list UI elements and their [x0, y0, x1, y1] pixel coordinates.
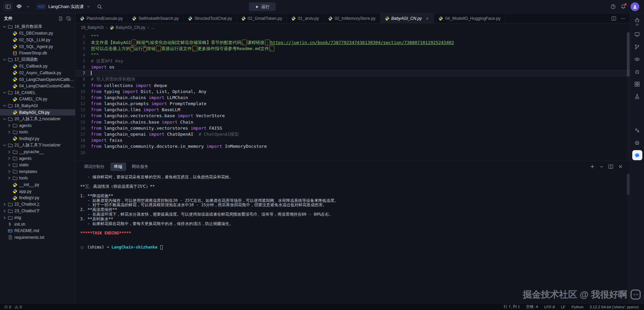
code-line[interactable]: 16from langchain_community.vectorstores … — [75, 125, 630, 131]
tree-item[interactable]: templates — [0, 168, 75, 175]
tree-item[interactable]: __pycache__ — [0, 148, 75, 155]
panel-tab[interactable]: 终端 — [110, 163, 126, 171]
rail-item-remote-monitor[interactable] — [632, 29, 642, 39]
code-line[interactable]: 12from langchain.prompts import PromptTe… — [75, 101, 630, 107]
code-editor[interactable]: 1"""2本文件是【BabyAGI：根据气候变化自动制定鲜花存储策略】章节的配套… — [75, 32, 630, 161]
code-line[interactable]: 2本文件是【BabyAGI：根据气候变化自动制定鲜花存储策略】章节的配套代码。课… — [75, 40, 630, 46]
tree-item[interactable]: __init__.py — [0, 181, 75, 188]
close-panel-icon[interactable] — [618, 164, 623, 169]
split-editor-icon[interactable] — [611, 16, 616, 21]
panel-scrollbar-thumb[interactable] — [627, 174, 630, 195]
run-button[interactable]: 运行 — [249, 2, 276, 11]
juejin-logo-icon[interactable] — [15, 3, 23, 10]
breadcrumb-segment[interactable]: 19_BabyAGI — [81, 25, 104, 30]
tree-item[interactable]: 16_操作数据库 — [0, 24, 75, 30]
tree-item[interactable]: 04_LangChainCustomCallback.... — [0, 83, 75, 89]
tree-item[interactable]: 01_DBCreation.py — [0, 30, 75, 37]
editor-scrollbar-thumb[interactable] — [627, 32, 630, 77]
tree-item[interactable]: 22_Chatbot上 — [0, 201, 75, 208]
tree-item[interactable]: FlowerShop.db — [0, 50, 75, 56]
code-line[interactable]: 19from langchain_community.docstore.in_m… — [75, 143, 630, 149]
statusbar-item[interactable]: 行 7, 列 1 — [504, 304, 520, 309]
editor-tab[interactable]: 02_GmailToken.py — [237, 13, 287, 23]
rail-item-experiments[interactable] — [632, 91, 642, 101]
code-line[interactable]: 10from typing import Dict, List, Optiona… — [75, 89, 630, 95]
tree-item[interactable]: 21_人脉工具下/socializer — [0, 142, 75, 149]
tree-item[interactable]: agents — [0, 155, 75, 162]
tree-item[interactable]: 18_CAMEL — [0, 89, 75, 96]
split-terminal-icon[interactable] — [608, 164, 613, 169]
statusbar-item[interactable]: UTF-8 — [544, 305, 555, 309]
rail-item-community[interactable] — [632, 138, 642, 148]
rail-item-translate[interactable] — [632, 125, 642, 135]
tree-item[interactable]: 23_Chatbot下 — [0, 208, 75, 215]
code-line[interactable]: 13from langchain.llms import BaseLLM — [75, 107, 630, 113]
tree-item[interactable]: $init.sh — [0, 221, 75, 228]
editor-tab[interactable]: 02_InMemoryStore.py — [324, 13, 380, 23]
statusbar-problems[interactable]: 00 — [4, 305, 22, 309]
help-button[interactable] — [610, 4, 616, 9]
tree-item[interactable]: 20_人脉工具上/socializer — [0, 116, 75, 122]
tree-item[interactable]: findbigV.py — [0, 135, 75, 142]
tree-item[interactable]: static — [0, 162, 75, 168]
code-line[interactable]: 11from langchain.chains import LLMChain — [75, 95, 630, 101]
tree-item[interactable]: findbigV.py — [0, 194, 75, 201]
notifications-button[interactable] — [621, 4, 626, 9]
code-line[interactable]: 14from langchain.vectorstores.base impor… — [75, 113, 630, 119]
more-actions-icon[interactable] — [621, 16, 626, 21]
statusbar-item[interactable]: 空格: 4 — [526, 304, 538, 309]
code-line[interactable]: 1""" — [75, 34, 630, 40]
panel-scrollbar[interactable] — [627, 173, 630, 303]
tree-item[interactable]: 02_Async_Callback.py — [0, 70, 75, 76]
tree-item[interactable]: BabyAGI_CN.py — [0, 109, 75, 116]
tree-item[interactable]: 17_回调函数 — [0, 56, 75, 63]
tree-item[interactable]: agents — [0, 122, 75, 129]
rail-item-source-control[interactable] — [632, 42, 642, 52]
tree-item[interactable]: README.md — [0, 227, 75, 234]
editor-tab[interactable]: SelfAskwithSearch.py — [127, 13, 183, 23]
rail-item-debug[interactable] — [632, 67, 642, 77]
tree-item[interactable]: requirements.txt — [0, 234, 75, 241]
breadcrumb-segment[interactable]: ... — [151, 25, 155, 30]
code-line[interactable]: 15from langchain.chains.base import Chai… — [75, 119, 630, 125]
editor-tab[interactable]: BabyAGI_CN.py — [380, 13, 434, 23]
code-line[interactable]: 7 — [75, 70, 630, 76]
error-count[interactable]: 0 — [4, 305, 11, 309]
rail-item-extensions[interactable] — [632, 79, 642, 89]
statusbar-item[interactable]: LF — [561, 305, 565, 309]
editor-tab[interactable]: StructedToolChat.py — [183, 13, 237, 23]
code-line[interactable]: 9from collections import deque — [75, 83, 630, 89]
code-line[interactable]: 18import faiss — [75, 137, 630, 143]
tree-item[interactable]: 19_BabyAGI — [0, 102, 75, 109]
tree-item[interactable]: 01_Callback.py — [0, 63, 75, 70]
editor-tab[interactable]: 04_ModelIO_HuggingFace.py — [434, 13, 505, 23]
editor-tab[interactable]: 01_arxiv.py — [287, 13, 323, 23]
code-line[interactable]: 20 — [75, 150, 630, 156]
rail-item-preview[interactable] — [632, 54, 642, 64]
code-line[interactable]: 4""" — [75, 52, 630, 58]
search-button[interactable] — [97, 4, 102, 9]
tree-item[interactable]: CAMEL_CN.py — [0, 96, 75, 103]
panel-tab[interactable]: 调试控制台 — [80, 163, 108, 171]
tree-item[interactable]: tools — [0, 129, 75, 136]
terminal-dropdown-icon[interactable] — [599, 165, 604, 169]
close-icon[interactable] — [425, 16, 429, 20]
workspace-switcher[interactable]: </> LangChain 实战课 — [33, 2, 94, 11]
tree-item[interactable]: img — [0, 214, 75, 221]
editor-tab[interactable]: PlanAndExecute.py — [75, 13, 127, 23]
statusbar-item[interactable]: 3.12.2 64-bit ('shims': pyenv) — [590, 305, 639, 309]
tree-item[interactable]: 02_SQL_LLM.py — [0, 37, 75, 43]
tree-item[interactable]: app.py — [0, 188, 75, 195]
tree-item[interactable]: tools — [0, 175, 75, 182]
warning-count[interactable]: 0 — [14, 305, 21, 309]
new-file-icon[interactable] — [58, 16, 63, 21]
tree-item[interactable]: 03_SQL_Agent.py — [0, 43, 75, 50]
code-line[interactable]: 17from langchain_openai import ChatOpenA… — [75, 131, 630, 137]
statusbar-item[interactable]: Python — [572, 305, 584, 309]
tree-item[interactable]: 03_LangChainOpenAICallback.... — [0, 76, 75, 83]
code-line[interactable]: 3您可以点击最上方的“运行”按钮，直接运行该文件。更多操作指引请参考Readme… — [75, 46, 630, 52]
panel-tab[interactable]: 网络服务 — [128, 163, 152, 171]
code-link[interactable]: https://juejin.cn/book/73877023474361303… — [270, 40, 454, 45]
editor-scrollbar[interactable] — [627, 32, 630, 161]
code-line[interactable]: 8# 导入所需的库和模块 — [75, 76, 630, 82]
